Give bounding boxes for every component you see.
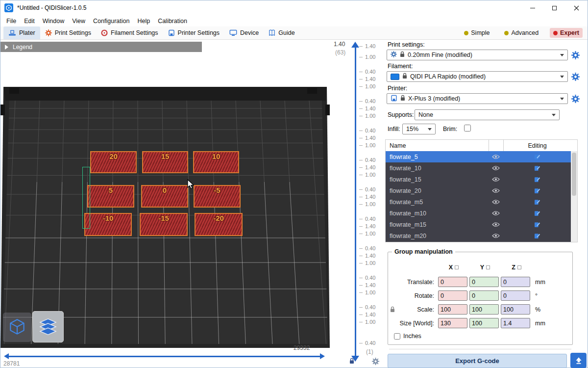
minimize-button[interactable] <box>521 0 543 15</box>
model-patch--20[interactable]: -20 <box>195 213 243 236</box>
edit-icon[interactable] <box>503 233 571 239</box>
infill-select[interactable]: 15% <box>402 124 436 134</box>
model-patch-15[interactable]: 15 <box>142 151 188 173</box>
eye-icon[interactable] <box>489 199 503 205</box>
object-row-flowrate_m20[interactable]: flowrate_m20 <box>386 230 571 241</box>
scale-z-input[interactable] <box>501 304 530 315</box>
tab-plater[interactable]: Plater <box>3 26 40 39</box>
inches-toggle[interactable]: Inches <box>394 333 421 340</box>
object-row-flowrate_5[interactable]: flowrate_5 <box>386 151 571 162</box>
object-row-flowrate_m10[interactable]: flowrate_m10 <box>386 208 571 219</box>
object-list-scrollbar[interactable] <box>571 151 577 242</box>
layer-tick: 1.00 <box>359 260 375 266</box>
model-patch-10[interactable]: 10 <box>193 151 239 173</box>
eye-icon[interactable] <box>489 210 503 216</box>
layer-lock-icon[interactable] <box>349 358 354 366</box>
model-patch--15[interactable]: -15 <box>140 213 188 236</box>
edit-icon[interactable] <box>503 210 571 216</box>
filament-select[interactable]: QIDI PLA Rapido (modified) <box>387 71 568 82</box>
mode-simple[interactable]: Simple <box>461 28 493 38</box>
object-row-flowrate_m15[interactable]: flowrate_m15 <box>386 219 571 230</box>
printer-icon <box>391 95 397 103</box>
menu-edit[interactable]: Edit <box>20 16 39 26</box>
model-patch--5[interactable]: -5 <box>194 185 241 208</box>
object-row-flowrate_15[interactable]: flowrate_15 <box>386 174 571 185</box>
tab-device[interactable]: Device <box>224 26 264 39</box>
edit-icon[interactable] <box>503 187 571 194</box>
layer-settings-gear-icon[interactable] <box>372 358 379 367</box>
model-patch--10[interactable]: -10 <box>84 213 132 236</box>
size-y-input[interactable] <box>469 318 499 328</box>
eye-icon[interactable] <box>489 165 503 171</box>
gcode-slider[interactable] <box>8 356 320 357</box>
edit-icon[interactable] <box>503 221 571 228</box>
export-gcode-button[interactable]: Export G-code <box>388 354 567 368</box>
print-settings-select[interactable]: 0.20mm Fine (modified) <box>387 50 568 60</box>
mode-expert[interactable]: Expert <box>550 28 583 38</box>
tab-printer-settings[interactable]: Printer Settings <box>163 26 224 39</box>
layer-tick: 1.40 <box>359 43 375 49</box>
model-patch-5[interactable]: 5 <box>87 185 134 208</box>
maximize-button[interactable] <box>543 0 565 15</box>
scale-x-input[interactable] <box>438 304 467 315</box>
mode-advanced[interactable]: Advanced <box>501 28 542 38</box>
translate-x-input[interactable] <box>438 277 467 287</box>
model-patch-0[interactable]: 0 <box>141 185 188 208</box>
filament-gear-button[interactable] <box>571 73 580 81</box>
patch-label: 5 <box>109 186 113 194</box>
close-icon <box>574 5 579 11</box>
object-row-flowrate_10[interactable]: flowrate_10 <box>386 162 571 174</box>
eye-icon[interactable] <box>489 154 503 159</box>
close-button[interactable] <box>565 0 588 15</box>
gcode-slider-right-arrow[interactable] <box>320 353 325 359</box>
eye-icon[interactable] <box>489 233 503 238</box>
rotate-z-input[interactable] <box>501 290 530 301</box>
layer-slider-top-handle[interactable] <box>351 42 359 48</box>
object-list: Name Editing flowrate_5 flowrate_10 flow… <box>385 139 578 242</box>
eye-icon[interactable] <box>489 222 503 227</box>
eye-icon[interactable] <box>489 188 503 193</box>
eye-icon[interactable] <box>489 177 503 182</box>
view-3d-button[interactable] <box>3 313 31 342</box>
supports-select[interactable]: None <box>415 109 560 120</box>
edit-icon[interactable] <box>503 165 571 171</box>
tab-print-settings[interactable]: Print Settings <box>40 26 96 39</box>
printer-gear-button[interactable] <box>571 95 580 104</box>
menu-window[interactable]: Window <box>39 16 68 26</box>
size-z-input[interactable] <box>501 318 530 328</box>
edit-icon[interactable] <box>503 154 571 160</box>
uniform-scale-lock-icon[interactable] <box>388 306 397 313</box>
send-to-printer-button[interactable] <box>570 353 587 368</box>
menu-help[interactable]: Help <box>133 16 154 26</box>
menu-configuration[interactable]: Configuration <box>89 16 133 26</box>
rotate-x-input[interactable] <box>438 290 467 301</box>
menu-view[interactable]: View <box>68 16 89 26</box>
size-x-input[interactable] <box>438 318 467 328</box>
edit-icon[interactable] <box>503 199 571 205</box>
scale-y-input[interactable] <box>469 304 499 315</box>
inches-checkbox[interactable] <box>394 333 400 340</box>
scrollbar-thumb[interactable] <box>572 153 576 196</box>
layer-slider-track[interactable] <box>355 48 356 356</box>
view-preview-button[interactable] <box>32 311 64 342</box>
axis-y-header: Y <box>469 264 501 271</box>
translate-z-input[interactable] <box>501 277 530 287</box>
viewport[interactable]: Legend 20151050-5-10-15-20 29332 28781 <box>0 40 330 368</box>
edit-icon[interactable] <box>503 176 571 183</box>
export-gcode-label: Export G-code <box>455 357 499 365</box>
menu-calibration[interactable]: Calibration <box>154 16 191 26</box>
printer-select[interactable]: X-Plus 3 (modified) <box>387 93 568 104</box>
tab-guide[interactable]: Guide <box>264 26 299 39</box>
model-patch-20[interactable]: 20 <box>90 151 137 173</box>
object-row-flowrate_20[interactable]: flowrate_20 <box>386 185 571 196</box>
legend-toggle[interactable]: Legend <box>0 42 202 52</box>
menu-file[interactable]: File <box>2 16 20 26</box>
translate-y-input[interactable] <box>469 277 499 287</box>
brim-checkbox[interactable] <box>464 125 471 131</box>
object-row-flowrate_m5[interactable]: flowrate_m5 <box>386 196 571 208</box>
rotate-y-input[interactable] <box>469 290 499 301</box>
guide-icon <box>269 29 275 36</box>
layer-tick: 0.40 <box>359 157 375 163</box>
tab-filament-settings[interactable]: Filament Settings <box>96 26 163 39</box>
print-settings-gear-button[interactable] <box>571 51 580 60</box>
